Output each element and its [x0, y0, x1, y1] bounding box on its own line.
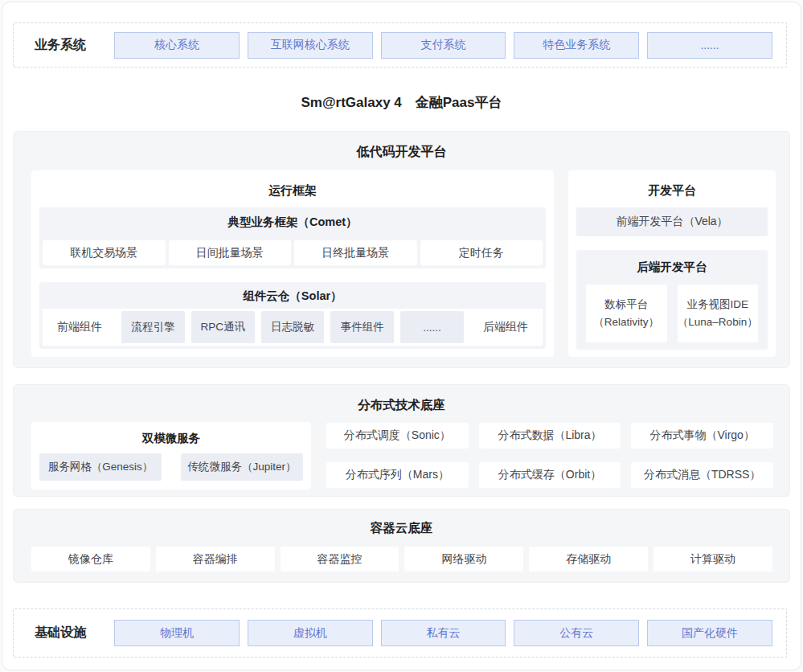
node-relativity-code: （Relativity）: [593, 313, 659, 331]
backend-dev-card: 后端开发平台 数标平台 （Relativity） 业务视图IDE （Luna–R…: [576, 250, 768, 350]
node-network-driver: 网络驱动: [404, 547, 523, 572]
backend-dev-items: 数标平台 （Relativity） 业务视图IDE （Luna–Robin）: [586, 285, 758, 342]
btn-public-cloud[interactable]: 公有云: [514, 620, 639, 646]
low-code-title: 低代码开发平台: [14, 144, 789, 161]
node-rpc-comms: RPC通讯: [191, 311, 255, 343]
node-genesis: 服务网格（Genesis）: [39, 453, 162, 481]
node-vela: 前端开发平台（Vela）: [576, 207, 768, 236]
distributed-row-1: 分布式调度（Sonic） 分布式数据（Libra） 分布式事物（Virgo）: [326, 423, 773, 449]
container-cloud-title: 容器云底座: [14, 520, 789, 537]
distributed-row-2: 分布式序列（Mars） 分布式缓存（Orbit） 分布式消息（TDRSS）: [326, 462, 773, 488]
business-systems-label: 业务系统: [35, 37, 114, 54]
section-container-cloud: 容器云底座 镜像仓库 容器编排 容器监控 网络驱动 存储驱动 计算驱动: [13, 509, 790, 583]
node-storage-driver: 存储驱动: [529, 547, 648, 572]
dev-platform-title: 开发平台: [568, 183, 776, 199]
distributed-title: 分布式技术底座: [14, 397, 789, 414]
btn-internet-core-system[interactable]: 互联网核心系统: [248, 32, 373, 59]
architecture-diagram-page: 业务系统 核心系统 互联网核心系统 支付系统 特色业务系统 ...... Sm@…: [0, 0, 803, 672]
infrastructure-buttons: 物理机 虚拟机 私有云 公有云 国产化硬件: [114, 620, 772, 646]
btn-virtual-machine[interactable]: 虚拟机: [248, 620, 373, 646]
node-process-engine: 流程引擎: [121, 311, 185, 343]
comet-card: 典型业务框架（Comet） 联机交易场景 日间批量场景 日终批量场景 定时任务: [39, 207, 546, 268]
node-backend-components: 后端组件: [469, 309, 543, 346]
node-compute-driver: 计算驱动: [653, 547, 772, 572]
dual-mode-title: 双模微服务: [31, 431, 311, 446]
node-tdrss: 分布式消息（TDRSS）: [631, 462, 773, 488]
runtime-card: 运行框架 典型业务框架（Comet） 联机交易场景 日间批量场景 日终批量场景 …: [31, 170, 554, 357]
btn-payment-system[interactable]: 支付系统: [381, 32, 506, 59]
node-virgo: 分布式事物（Virgo）: [631, 423, 773, 449]
comet-title: 典型业务框架（Comet）: [39, 215, 546, 230]
runtime-title: 运行框架: [31, 183, 554, 199]
node-image-registry: 镜像仓库: [31, 547, 150, 572]
backend-dev-title: 后端开发平台: [576, 260, 768, 275]
solar-card: 组件云仓（Solar） 前端组件 流程引擎 RPC通讯 日志脱敏 事件组件 ..…: [39, 282, 546, 349]
node-container-orchestration: 容器编排: [156, 547, 275, 572]
node-frontend-components: 前端组件: [43, 309, 117, 346]
comet-items: 联机交易场景 日间批量场景 日终批量场景 定时任务: [43, 240, 543, 265]
btn-more-systems[interactable]: ......: [647, 32, 772, 59]
node-log-masking: 日志脱敏: [261, 311, 325, 343]
node-luna-robin: 业务视图IDE （Luna–Robin）: [678, 285, 759, 342]
node-mars: 分布式序列（Mars）: [326, 462, 469, 488]
solar-row: 前端组件 流程引擎 RPC通讯 日志脱敏 事件组件 ...... 后端组件: [43, 309, 543, 346]
btn-physical-machine[interactable]: 物理机: [114, 620, 240, 646]
solar-title: 组件云仓（Solar）: [39, 289, 546, 304]
node-scheduled-task: 定时任务: [420, 240, 543, 265]
node-sonic: 分布式调度（Sonic）: [326, 423, 469, 449]
node-relativity: 数标平台 （Relativity）: [586, 285, 667, 342]
dual-mode-items: 服务网格（Genesis） 传统微服务（Jupiter）: [39, 453, 303, 481]
infrastructure-label: 基础设施: [35, 625, 114, 641]
node-event-components: 事件组件: [330, 311, 394, 343]
btn-domestic-hardware[interactable]: 国产化硬件: [647, 620, 772, 646]
btn-special-business-system[interactable]: 特色业务系统: [514, 32, 639, 59]
solar-chips: 流程引擎 RPC通讯 日志脱敏 事件组件 ......: [117, 311, 469, 343]
node-relativity-name: 数标平台: [604, 296, 648, 313]
section-low-code: 低代码开发平台 运行框架 典型业务框架（Comet） 联机交易场景 日间批量场景…: [13, 131, 790, 368]
node-libra: 分布式数据（Libra）: [479, 423, 621, 449]
business-systems-box: 业务系统 核心系统 互联网核心系统 支付系统 特色业务系统 ......: [13, 23, 787, 68]
node-luna-robin-name: 业务视图IDE: [686, 296, 748, 313]
node-eod-batch: 日终批量场景: [294, 240, 417, 265]
node-container-monitoring: 容器监控: [281, 547, 399, 572]
btn-core-system[interactable]: 核心系统: [114, 32, 240, 59]
dev-platform-card: 开发平台 前端开发平台（Vela） 后端开发平台 数标平台 （Relativit…: [568, 170, 776, 357]
node-ellipsis: ......: [400, 311, 464, 343]
node-daytime-batch: 日间批量场景: [169, 240, 292, 265]
dual-mode-card: 双模微服务 服务网格（Genesis） 传统微服务（Jupiter）: [31, 422, 311, 490]
node-orbit: 分布式缓存（Orbit）: [479, 462, 621, 488]
container-cloud-items: 镜像仓库 容器编排 容器监控 网络驱动 存储驱动 计算驱动: [31, 547, 772, 572]
business-systems-buttons: 核心系统 互联网核心系统 支付系统 特色业务系统 ......: [114, 32, 772, 59]
node-jupiter: 传统微服务（Jupiter）: [181, 453, 303, 481]
node-luna-robin-code: （Luna–Robin）: [678, 313, 758, 331]
btn-private-cloud[interactable]: 私有云: [381, 620, 506, 646]
section-distributed: 分布式技术底座 双模微服务 服务网格（Genesis） 传统微服务（Jupite…: [13, 384, 790, 497]
node-online-trading: 联机交易场景: [43, 240, 166, 265]
infrastructure-box: 基础设施 物理机 虚拟机 私有云 公有云 国产化硬件: [13, 608, 787, 658]
platform-title: Sm@rtGalaxy 4 金融Paas平台: [0, 93, 803, 112]
